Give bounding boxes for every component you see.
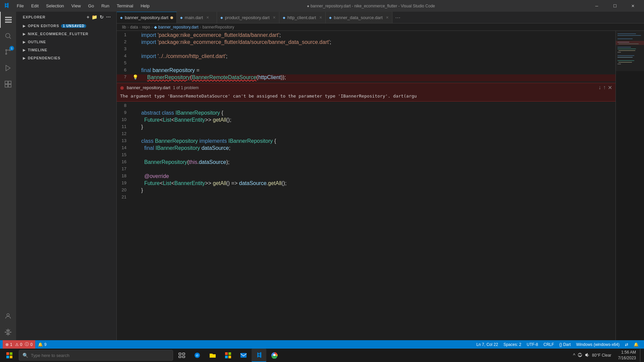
refresh-icon[interactable]: ↻ xyxy=(100,14,104,20)
show-desktop-button[interactable] xyxy=(640,349,643,362)
svg-rect-31 xyxy=(6,352,9,355)
source-control-badge: 1 xyxy=(9,46,14,51)
status-bell[interactable]: 🔔 9 xyxy=(35,340,49,349)
new-folder-icon[interactable]: 📁 xyxy=(92,14,98,20)
code-line-14: 14 final IBannerRepository dataSource; xyxy=(117,145,615,152)
taskbar-chrome[interactable] xyxy=(267,349,282,362)
taskbar-explorer[interactable] xyxy=(205,349,220,362)
timeline-header[interactable]: ▶ TIMELINE xyxy=(16,45,116,53)
status-errors[interactable]: ⊗ 1 ⚠ 0 ⓘ 0 xyxy=(3,340,35,349)
menu-view[interactable]: View xyxy=(68,3,84,9)
taskbar-clock[interactable]: 1:56 AM 7/16/2023 xyxy=(615,350,639,361)
activity-extensions[interactable] xyxy=(0,76,16,92)
light-bulb-icon[interactable]: 💡 xyxy=(132,74,138,80)
tab-close-product[interactable]: × xyxy=(273,15,276,20)
tab-overflow[interactable]: ⋯ xyxy=(392,12,403,23)
svg-rect-33 xyxy=(6,356,9,358)
activity-settings[interactable] xyxy=(0,324,16,340)
activity-run[interactable] xyxy=(0,60,16,76)
svg-rect-10 xyxy=(5,84,8,87)
svg-rect-34 xyxy=(10,356,12,358)
status-notifications[interactable]: 🔔 xyxy=(631,340,641,349)
menu-help[interactable]: Help xyxy=(137,3,153,9)
tray-chevron[interactable]: ^ xyxy=(573,353,576,358)
weather-info: 80°F Clear xyxy=(592,353,611,358)
menu-file[interactable]: File xyxy=(13,3,27,9)
close-error-button[interactable]: ✕ xyxy=(608,84,612,91)
outline-header[interactable]: ▶ OUTLINE xyxy=(16,37,116,45)
tray-network[interactable] xyxy=(577,352,583,359)
taskbar-edge[interactable] xyxy=(190,349,205,362)
code-line-10: 10 Future<List<BannerEntity>> getAll(); xyxy=(117,117,615,124)
activity-account[interactable] xyxy=(0,308,16,324)
explorer-header[interactable]: EXPLORER + 📁 ↻ ⋯ xyxy=(16,12,116,21)
svg-rect-8 xyxy=(5,81,8,84)
status-line-ending[interactable]: CRLF xyxy=(541,340,556,349)
dart-file-icon-3: ◆ xyxy=(220,16,223,19)
svg-line-1 xyxy=(9,37,11,39)
tray-volume[interactable] xyxy=(585,352,590,359)
code-line-1: 1 import 'package:nike_ecommerce_flutter… xyxy=(117,32,615,39)
menu-go[interactable]: Go xyxy=(85,3,97,9)
taskbar: 🔍 xyxy=(0,349,644,362)
dart-file-icon-2: ◆ xyxy=(180,16,183,19)
tab-banner-repository[interactable]: ◆ banner_repository.dart xyxy=(117,12,177,23)
status-encoding[interactable]: UTF-8 xyxy=(524,340,541,349)
editor-content: 1 import 'package:nike_ecommerce_flutter… xyxy=(117,31,615,340)
menu-selection[interactable]: Selection xyxy=(43,3,67,9)
open-editors-header[interactable]: ▶ OPEN EDITORS 1 unsaved xyxy=(16,21,116,29)
tab-close-banner-source[interactable]: × xyxy=(386,15,389,20)
next-error-button[interactable]: ↑ xyxy=(603,84,606,91)
status-language[interactable]: {} Dart xyxy=(557,340,574,349)
new-file-icon[interactable]: + xyxy=(87,14,90,20)
search-icon: 🔍 xyxy=(22,353,28,358)
tab-banner-data-source[interactable]: ◆ banner_data_source.dart × xyxy=(326,12,392,23)
taskbar-mail[interactable] xyxy=(236,349,251,362)
activity-source-control[interactable]: 1 xyxy=(0,44,16,60)
tab-product-repository[interactable]: ◆ product_repository.dart × xyxy=(217,12,279,23)
tab-main[interactable]: ◆ main.dart × xyxy=(177,12,217,23)
breadcrumb-data[interactable]: data xyxy=(130,25,138,29)
collapse-icon[interactable]: ⋯ xyxy=(106,14,111,20)
minimize-button[interactable]: ─ xyxy=(589,0,604,12)
menu-terminal[interactable]: Terminal xyxy=(113,3,137,9)
svg-point-3 xyxy=(6,53,7,55)
prev-error-button[interactable]: ↓ xyxy=(598,84,601,91)
tab-http-client[interactable]: ◆ http_client.dart × xyxy=(279,12,326,23)
activity-explorer[interactable] xyxy=(0,12,16,28)
breadcrumb-lib[interactable]: lib xyxy=(122,25,126,29)
status-platform[interactable]: Windows (windows-x64) xyxy=(574,340,622,349)
tab-close-http[interactable]: × xyxy=(319,15,322,20)
taskbar-vscode[interactable] xyxy=(252,349,266,362)
search-input[interactable] xyxy=(31,353,169,358)
maximize-button[interactable]: ☐ xyxy=(607,0,623,12)
code-line-9: 9 abstract class IBannerRepository { xyxy=(117,110,615,117)
svg-point-0 xyxy=(6,34,10,38)
status-position[interactable]: Ln 7, Col 22 xyxy=(474,340,501,349)
tab-close-main[interactable]: × xyxy=(206,15,209,20)
status-bar: ⊗ 1 ⚠ 0 ⓘ 0 🔔 9 Ln 7, Col 22 Spaces: 2 U… xyxy=(0,340,644,349)
taskbar-store[interactable] xyxy=(221,349,235,362)
close-button[interactable]: ✕ xyxy=(625,0,641,12)
svg-point-2 xyxy=(6,50,7,51)
breadcrumb-file[interactable]: ◆ banner_repository.dart xyxy=(154,25,198,29)
top-code-section: 1 import 'package:nike_ecommerce_flutter… xyxy=(117,31,615,83)
title-bar: File Edit Selection View Go Run Terminal… xyxy=(0,0,644,12)
status-spaces[interactable]: Spaces: 2 xyxy=(501,340,524,349)
menu-edit[interactable]: Edit xyxy=(28,3,42,9)
project-header[interactable]: ▶ NIKE_ECOMMERCE_FLUTTER xyxy=(16,29,116,37)
code-line-18: 18 @override xyxy=(117,173,615,180)
error-panel: ⊗ banner_repository.dart 1 of 1 problem … xyxy=(117,83,615,102)
taskbar-search[interactable]: 🔍 xyxy=(19,350,173,361)
menu-run[interactable]: Run xyxy=(98,3,113,9)
code-line-4: 4 import '../../common/http_client.dart'… xyxy=(117,53,615,60)
breadcrumb-symbol[interactable]: bannerRepository xyxy=(203,25,234,29)
breadcrumb-repo[interactable]: repo xyxy=(142,25,150,29)
code-line-11: 11 } xyxy=(117,124,615,131)
activity-search[interactable] xyxy=(0,28,16,44)
taskbar-task-view[interactable] xyxy=(174,349,189,362)
start-button[interactable] xyxy=(1,349,17,362)
status-remote[interactable]: ⇄ xyxy=(622,340,631,349)
code-line-17: 17 xyxy=(117,166,615,173)
dependencies-header[interactable]: ▶ DEPENDENCIES xyxy=(16,53,116,61)
